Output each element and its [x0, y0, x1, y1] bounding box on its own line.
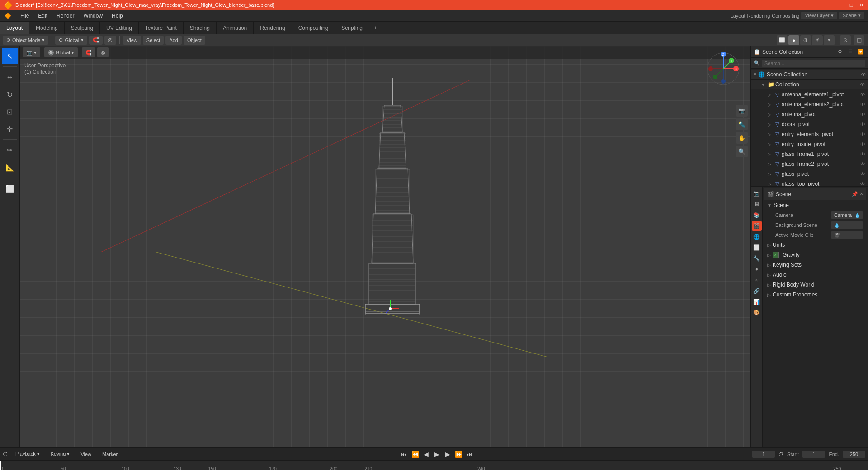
bg-scene-value[interactable]: 💧: [831, 221, 863, 229]
gravity-section-header[interactable]: ▷ ✓ Gravity: [764, 250, 866, 260]
physics-props-btn[interactable]: ⚛: [752, 275, 762, 285]
minimize-button[interactable]: −: [838, 2, 844, 8]
add-cube-button[interactable]: ⬜: [2, 180, 18, 197]
close-button[interactable]: ✕: [858, 2, 864, 8]
scene-close-icon[interactable]: ✕: [859, 191, 863, 197]
item0-vis[interactable]: 👁: [859, 92, 866, 97]
outliner-filter-btn[interactable]: 🔽: [856, 47, 865, 56]
item1-vis[interactable]: 👁: [859, 102, 866, 107]
object-menu-button[interactable]: Object: [184, 36, 205, 45]
zoom-view-btn[interactable]: 🔍: [736, 146, 748, 157]
collection-vis-icon[interactable]: 👁: [859, 82, 866, 87]
render-props-btn[interactable]: 📷: [752, 188, 762, 198]
tab-uv-editing[interactable]: UV Editing: [100, 22, 139, 34]
xray-btn[interactable]: ◫: [854, 35, 864, 45]
scene-col-vis-icon[interactable]: 👁: [861, 72, 866, 77]
scale-tool-button[interactable]: ⊡: [2, 103, 18, 120]
navigation-gizmo[interactable]: Z X Y: [705, 51, 741, 87]
scene-pin-icon[interactable]: 📌: [852, 191, 858, 197]
maximize-button[interactable]: □: [848, 2, 854, 8]
menu-window[interactable]: Window: [79, 10, 107, 21]
global-transform-button[interactable]: ⊕ Global ▾: [55, 36, 87, 45]
camera-view-btn[interactable]: 📷: [736, 105, 748, 117]
scene-props-btn[interactable]: 🎬: [752, 221, 762, 231]
wireframe-mode-btn[interactable]: ⬜: [777, 35, 788, 45]
output-props-btn[interactable]: 🖥: [752, 199, 762, 209]
item9-vis[interactable]: 👁: [859, 181, 866, 186]
next-keyframe-btn[interactable]: ⏩: [454, 450, 462, 458]
keying-menu[interactable]: Keying ▾: [47, 448, 74, 460]
step-fwd-btn[interactable]: ▶: [443, 450, 452, 458]
scene-col-expand[interactable]: ▼: [753, 72, 757, 77]
outliner-search-input[interactable]: [762, 60, 865, 67]
tab-rendering[interactable]: Rendering: [254, 22, 292, 34]
tab-modeling[interactable]: Modeling: [29, 22, 65, 34]
movie-clip-value[interactable]: 🎬: [831, 231, 863, 239]
object-props-btn[interactable]: ⬜: [752, 243, 762, 253]
outliner-display-icon[interactable]: ☰: [846, 47, 855, 56]
item4-vis[interactable]: 👁: [859, 132, 866, 137]
viewport-overlays-btn[interactable]: ⊙: [840, 35, 851, 45]
object-mode-button[interactable]: ⊙ Object Mode ▾: [3, 36, 48, 45]
end-frame-input[interactable]: [843, 451, 865, 458]
view-menu-button[interactable]: View: [123, 36, 141, 45]
playback-menu[interactable]: Playback ▾: [12, 448, 43, 460]
snap-button[interactable]: 🧲: [89, 36, 103, 45]
viewport-proportional-btn[interactable]: ◎: [97, 47, 109, 57]
outliner-item-7[interactable]: ▷ ▽ glass_frame2_pivot 👁: [751, 159, 868, 169]
menu-help[interactable]: Help: [107, 10, 127, 21]
collection-expand-icon[interactable]: ▼: [760, 82, 766, 87]
units-section-header[interactable]: ▷ Units: [764, 240, 866, 250]
data-props-btn[interactable]: 📊: [752, 297, 762, 307]
proportional-edit-button[interactable]: ◎: [104, 36, 116, 45]
select-menu-button[interactable]: Select: [143, 36, 164, 45]
jump-end-btn[interactable]: ⏭: [465, 450, 473, 458]
rotate-tool-button[interactable]: ↻: [2, 86, 18, 103]
item6-vis[interactable]: 👁: [859, 151, 866, 157]
outliner-item-8[interactable]: ▷ ▽ glass_pivot 👁: [751, 169, 868, 179]
camera-eyedropper[interactable]: 💧: [854, 213, 860, 218]
viewport-camera-btn[interactable]: 📷 ▾: [23, 47, 40, 57]
outliner-item-0[interactable]: ▷ ▽ antenna_elements1_pivot 👁: [751, 89, 868, 99]
camera-value[interactable]: Camera 💧: [831, 211, 863, 219]
current-frame-input[interactable]: [752, 451, 775, 458]
add-workspace-button[interactable]: +: [369, 22, 382, 34]
menu-file[interactable]: File: [16, 10, 33, 21]
outliner-item-3[interactable]: ▷ ▽ doors_pivot 👁: [751, 119, 868, 129]
tab-texture-paint[interactable]: Texture Paint: [139, 22, 184, 34]
tab-animation[interactable]: Animation: [217, 22, 254, 34]
select-tool-button[interactable]: ↖: [2, 48, 18, 64]
outliner-item-4[interactable]: ▷ ▽ entry_elements_pivot 👁: [751, 129, 868, 139]
tab-scripting[interactable]: Scripting: [335, 22, 369, 34]
outliner-item-collection[interactable]: ▼ 📁 Collection 👁: [751, 80, 868, 89]
render-preview-btn[interactable]: 🔦: [736, 118, 748, 130]
item5-vis[interactable]: 👁: [859, 141, 866, 147]
transform-tool-button[interactable]: ✛: [2, 121, 18, 137]
rendered-mode-btn[interactable]: ☀: [812, 35, 823, 45]
gravity-checkbox[interactable]: ✓: [773, 252, 779, 258]
pan-view-btn[interactable]: ✋: [736, 132, 748, 144]
viewport[interactable]: 📷 ▾ 🔘 Global ▾ 🧲 ◎ User Perspective (1) …: [20, 46, 750, 447]
prev-keyframe-btn[interactable]: ⏪: [411, 450, 419, 458]
menu-render[interactable]: Render: [52, 10, 79, 21]
tab-shading[interactable]: Shading: [184, 22, 217, 34]
add-menu-button[interactable]: Add: [165, 36, 182, 45]
annotate-tool-button[interactable]: ✏: [2, 142, 18, 158]
bg-scene-eyedropper[interactable]: 💧: [834, 223, 840, 228]
solid-mode-btn[interactable]: ●: [788, 35, 799, 45]
viewport-shading-btn[interactable]: ▾: [824, 35, 835, 45]
outliner-item-5[interactable]: ▷ ▽ entry_inside_pivot 👁: [751, 139, 868, 149]
tab-sculpting[interactable]: Sculpting: [65, 22, 100, 34]
move-tool-button[interactable]: ↔: [2, 69, 18, 85]
step-back-btn[interactable]: ◀: [422, 450, 430, 458]
outliner-item-6[interactable]: ▷ ▽ glass_frame1_pivot 👁: [751, 149, 868, 159]
start-frame-input[interactable]: [802, 451, 825, 458]
engine-selector[interactable]: Scene ▾: [839, 12, 864, 19]
material-props-btn[interactable]: 🎨: [752, 308, 762, 318]
jump-start-btn[interactable]: ⏮: [400, 450, 408, 458]
modifier-props-btn[interactable]: 🔧: [752, 254, 762, 263]
particles-props-btn[interactable]: ✦: [752, 264, 762, 274]
view-layer-props-btn[interactable]: 📚: [752, 210, 762, 220]
outliner-item-9[interactable]: ▷ ▽ glass_top_pivot 👁: [751, 179, 868, 186]
tab-compositing[interactable]: Compositing: [292, 22, 335, 34]
